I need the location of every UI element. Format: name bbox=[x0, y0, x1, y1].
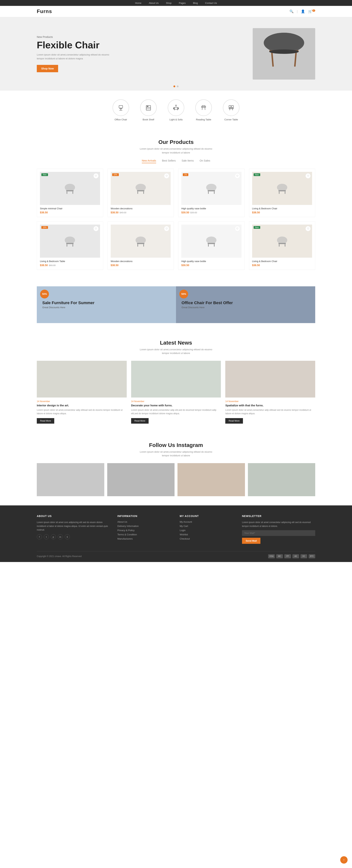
footer-info-link[interactable]: Terms & Condition bbox=[117, 533, 172, 536]
svg-rect-37 bbox=[137, 191, 138, 194]
footer-about: ABOUT US Lorem ipsum dolor sit amet cors… bbox=[37, 515, 110, 544]
facebook-icon[interactable]: f bbox=[37, 534, 42, 539]
product-card[interactable]: 10% ♡ Living & Bedroom Table $38.50$60.0… bbox=[37, 221, 103, 270]
cart-icon[interactable]: 🛒0 bbox=[308, 9, 315, 13]
svg-point-5 bbox=[269, 50, 299, 54]
product-card[interactable]: ♡ High quality vase bottle $30.50 bbox=[178, 221, 244, 270]
insta-img-2[interactable] bbox=[107, 463, 175, 496]
footer-info-link[interactable]: Privacy & Policy bbox=[117, 529, 172, 532]
nav-shop[interactable]: Shop bbox=[166, 2, 171, 4]
footer-info-link[interactable]: Delivery Information bbox=[117, 525, 172, 527]
tab-on-sales[interactable]: On Sales bbox=[200, 159, 210, 163]
nav-blog[interactable]: Blog bbox=[193, 2, 198, 4]
product-card[interactable]: New ♡ Living & Bedroom Chair $38.50 bbox=[249, 169, 315, 217]
read-more-button[interactable]: Read More bbox=[131, 418, 149, 424]
wishlist-icon[interactable]: ♡ bbox=[305, 226, 311, 231]
insta-img-4[interactable] bbox=[248, 463, 315, 496]
svg-rect-28 bbox=[229, 108, 233, 109]
instagram-icon[interactable]: in bbox=[58, 534, 63, 539]
newsletter-email-input[interactable] bbox=[242, 530, 315, 536]
tab-sale-items[interactable]: Sale Items bbox=[181, 159, 194, 163]
news-card[interactable]: 14 November Decorate your home with furn… bbox=[131, 361, 221, 424]
category-reading-table[interactable]: Reading Table bbox=[195, 99, 212, 121]
wishlist-icon[interactable]: ♡ bbox=[305, 173, 311, 179]
footer-account-link[interactable]: Login bbox=[180, 529, 235, 532]
footer-information: INFORMATION About UsDelivery Information… bbox=[117, 515, 172, 544]
product-price: $38.50 bbox=[252, 264, 312, 267]
footer-account-link[interactable]: Wishlist bbox=[180, 533, 235, 536]
footer-account-link[interactable]: Checkout bbox=[180, 537, 235, 540]
promo-banner-summer[interactable]: 50% Sale Furniture For Summer Great Disc… bbox=[37, 286, 176, 323]
product-price: $38.50$60.00 bbox=[40, 264, 100, 267]
linkedin-icon[interactable]: li bbox=[65, 534, 70, 539]
corner-table-label: Corner Table bbox=[224, 118, 238, 121]
wishlist-icon[interactable]: ♡ bbox=[235, 226, 240, 231]
footer-info-link[interactable]: About Us bbox=[117, 521, 172, 523]
product-card[interactable]: 1% ♡ High quality vase bottle $30.50$39.… bbox=[178, 169, 244, 217]
promo-badge-left: 50% bbox=[40, 290, 49, 299]
product-card[interactable]: 10% ♡ Wooden decorations $38.50$49.00 bbox=[108, 169, 174, 217]
hero-section: New Products Flexible Chair Lorem ipsum … bbox=[0, 17, 352, 91]
dot-2[interactable] bbox=[177, 86, 179, 87]
news-card[interactable]: 14 November Interior design is the art. … bbox=[37, 361, 127, 424]
news-image bbox=[131, 361, 221, 398]
svg-point-1 bbox=[265, 33, 303, 51]
twitter-icon[interactable]: t bbox=[44, 534, 49, 539]
footer-account-link[interactable]: My Account bbox=[180, 521, 235, 523]
footer-account-links: My AccountMy CartLoginWishlistCheckout bbox=[180, 521, 235, 540]
category-bookshelf[interactable]: Book Shelf bbox=[140, 99, 157, 121]
category-light-sofa[interactable]: Light & Sofa bbox=[168, 99, 184, 121]
read-more-button[interactable]: Read More bbox=[225, 418, 243, 424]
svg-rect-50 bbox=[72, 244, 73, 247]
insta-img-1[interactable] bbox=[37, 463, 104, 496]
tab-best-sellers[interactable]: Best Sellers bbox=[162, 159, 176, 163]
wishlist-icon[interactable]: ♡ bbox=[93, 173, 98, 179]
svg-line-23 bbox=[202, 107, 202, 110]
nav-pages[interactable]: Pages bbox=[179, 2, 186, 4]
svg-rect-56 bbox=[208, 243, 215, 244]
news-article-title: Decorate your home with furns. bbox=[131, 404, 221, 407]
shop-now-button[interactable]: Shop Now bbox=[37, 65, 58, 72]
pinterest-icon[interactable]: p bbox=[51, 534, 56, 539]
promo-text-right: Office Chair For Best Offer Great Discou… bbox=[181, 301, 233, 309]
products-grid: New ♡ Simple minimal Chair $38.50 10% ♡ bbox=[37, 169, 315, 270]
promo-banner-office[interactable]: 50% Office Chair For Best Offer Great Di… bbox=[176, 286, 315, 323]
product-card[interactable]: New ♡ Simple minimal Chair $38.50 bbox=[37, 169, 103, 217]
nav-about[interactable]: About Us bbox=[149, 2, 158, 4]
hero-chair-image bbox=[253, 28, 315, 80]
wishlist-icon[interactable]: ♡ bbox=[93, 226, 98, 231]
category-office-chair[interactable]: Office Chair bbox=[113, 99, 129, 121]
insta-img-3[interactable] bbox=[177, 463, 245, 496]
reading-table-label: Reading Table bbox=[196, 118, 211, 121]
hero-desc: Lorem ipsum dolor sit amet,consectetur a… bbox=[37, 53, 110, 61]
tab-new-arrivals[interactable]: New Arrivals bbox=[142, 159, 156, 163]
product-tabs: New Arrivals Best Sellers Sale Items On … bbox=[37, 159, 315, 163]
search-icon[interactable]: 🔍 bbox=[290, 9, 294, 13]
newsletter-send-button[interactable]: Send Mail bbox=[242, 538, 261, 544]
svg-rect-48 bbox=[66, 243, 74, 244]
svg-rect-38 bbox=[143, 191, 144, 194]
categories-section: Office Chair Book Shelf bbox=[0, 91, 352, 130]
wishlist-icon[interactable]: ♡ bbox=[164, 226, 169, 231]
wishlist-icon[interactable]: ♡ bbox=[235, 173, 240, 179]
svg-rect-7 bbox=[120, 108, 122, 109]
read-more-button[interactable]: Read More bbox=[37, 418, 54, 424]
news-title: Latest News bbox=[37, 340, 315, 346]
payment-icon: BTC bbox=[309, 554, 315, 558]
footer-info-link[interactable]: Manufacturers bbox=[117, 537, 172, 540]
footer-account-link[interactable]: My Cart bbox=[180, 525, 235, 527]
wishlist-icon[interactable]: ♡ bbox=[164, 173, 169, 179]
nav-home[interactable]: Home bbox=[135, 2, 141, 4]
footer-about-title: ABOUT US bbox=[37, 515, 110, 518]
payment-icon: PP bbox=[284, 554, 291, 558]
svg-rect-25 bbox=[202, 105, 205, 106]
category-corner-table[interactable]: Corner Table bbox=[223, 99, 239, 121]
product-card[interactable]: ♡ Wooden decorations $38.50 bbox=[108, 221, 174, 270]
dot-1[interactable] bbox=[173, 86, 175, 87]
product-card[interactable]: New ♡ Living & Bedroom Chair $38.50 bbox=[249, 221, 315, 270]
nav-contact[interactable]: Contact Us bbox=[205, 2, 217, 4]
footer-account: MY ACCOUNT My AccountMy CartLoginWishlis… bbox=[180, 515, 235, 544]
news-card[interactable]: 14 November Spatialize with that the fur… bbox=[225, 361, 315, 424]
user-icon[interactable]: 👤 bbox=[301, 9, 305, 13]
product-price: $30.50$39.00 bbox=[181, 211, 241, 214]
